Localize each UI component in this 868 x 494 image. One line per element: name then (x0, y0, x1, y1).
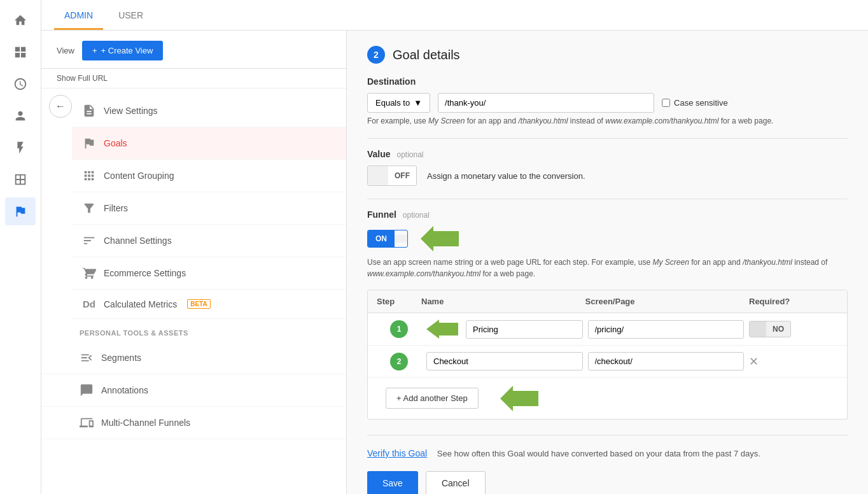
equals-to-label: Equals to (375, 98, 410, 108)
add-step-button[interactable]: + Add another Step (386, 388, 479, 409)
green-arrow-add-step (500, 386, 538, 411)
nav-item-calculated-metrics-label: Calculated Metrics (104, 299, 177, 309)
value-optional: optional (396, 150, 423, 159)
personal-tools-header: PERSONAL TOOLS & ASSETS (41, 319, 346, 342)
funnel-row-1: 1 (368, 313, 847, 346)
nav-item-annotations-label: Annotations (101, 385, 148, 395)
row1-required-toggle[interactable]: NO (749, 321, 791, 337)
funnel-arrow-container (421, 226, 459, 251)
destination-hint: For example, use My Screen for an app an… (367, 116, 848, 125)
case-sensitive-row: Case sensitive (662, 98, 728, 108)
calc-metrics-icon: Dd (82, 299, 96, 309)
toggle-off-label: OFF (388, 166, 416, 185)
nav-item-ecommerce-label: Ecommerce Settings (104, 268, 186, 278)
funnel-description: Use an app screen name string or a web p… (367, 257, 848, 279)
back-button[interactable]: ← (49, 95, 72, 118)
destination-row: Equals to ▼ Case sensitive (367, 93, 848, 113)
verify-desc: See how often this Goal would have conve… (437, 449, 760, 458)
no-left (750, 321, 766, 337)
nav-item-filters-label: Filters (104, 203, 128, 213)
row2-required-cell: ✕ (749, 355, 838, 369)
action-buttons: Save Cancel (367, 471, 848, 494)
value-assign-text: Assign a monetary value to the conversio… (427, 171, 585, 181)
svg-marker-2 (500, 386, 538, 411)
destination-label: Destination (367, 76, 848, 87)
no-label: NO (766, 321, 790, 337)
create-view-button[interactable]: + + Create View (82, 41, 163, 60)
row1-name-input[interactable] (466, 320, 583, 339)
nav-item-segments-label: Segments (101, 353, 141, 363)
save-button[interactable]: Save (367, 471, 418, 494)
case-sensitive-checkbox[interactable] (662, 99, 670, 107)
green-arrow-funnel (421, 226, 459, 251)
nav-item-goals[interactable]: Goals (72, 127, 346, 160)
nav-item-goals-label: Goals (104, 138, 127, 148)
cancel-button[interactable]: Cancel (426, 471, 486, 494)
step-circle-green-2: 2 (390, 353, 408, 370)
sidebar-person[interactable] (5, 102, 36, 130)
nav-item-multi-channel[interactable]: Multi-Channel Funnels (41, 407, 346, 439)
row2-name-input[interactable] (426, 352, 583, 370)
nav-item-annotations[interactable]: Annotations (41, 374, 346, 407)
value-label: Value optional (367, 149, 848, 159)
step-num-1: 1 (377, 320, 421, 338)
dropdown-arrow-icon: ▼ (414, 98, 422, 108)
nav-item-segments[interactable]: Segments (41, 342, 346, 374)
verify-goal-link[interactable]: Verify this Goal (367, 448, 427, 458)
verify-section: Verify this Goal See how often this Goal… (367, 435, 848, 458)
tab-user[interactable]: USER (108, 3, 153, 30)
view-label: View (57, 46, 74, 55)
left-nav: View + + Create View Show Full URL ← Vie… (41, 31, 347, 494)
sidebar-table[interactable] (5, 166, 36, 194)
funnel-section: Funnel optional ON Use (367, 209, 848, 420)
beta-badge: BETA (187, 299, 210, 309)
right-content: 2 Goal details Destination Equals to ▼ C… (347, 31, 868, 494)
sidebar-home[interactable] (5, 6, 36, 34)
step-circle-green-1: 1 (390, 320, 408, 338)
funnel-on-label: ON (368, 230, 395, 247)
goal-details-header: 2 Goal details (367, 46, 848, 64)
nav-item-view-settings[interactable]: View Settings (72, 95, 346, 127)
row2-delete-button[interactable]: ✕ (749, 355, 759, 369)
nav-item-filters[interactable]: Filters (72, 192, 346, 225)
step-circle-2: 2 (367, 46, 385, 64)
show-full-url[interactable]: Show Full URL (41, 69, 346, 88)
sidebar-flag[interactable] (5, 197, 36, 225)
sidebar-lightning[interactable] (5, 134, 36, 162)
svg-marker-0 (421, 226, 459, 251)
funnel-row-2: 2 ✕ (368, 346, 847, 378)
create-view-label: + Create View (101, 46, 153, 55)
nav-item-content-grouping[interactable]: Content Grouping (72, 160, 346, 192)
col-name: Name (421, 297, 585, 306)
row1-screen-input[interactable] (588, 320, 745, 339)
nav-item-calculated-metrics[interactable]: Dd Calculated Metrics BETA (72, 290, 346, 319)
col-step: Step (377, 297, 421, 306)
funnel-label: Funnel optional (367, 209, 848, 220)
nav-items: View Settings Goals Content Grouping (72, 95, 346, 319)
toggle-left-part (368, 166, 388, 185)
svg-marker-1 (426, 320, 458, 339)
row1-name-cell (426, 320, 583, 339)
row2-screen-input[interactable] (588, 352, 745, 370)
divider-1 (367, 138, 848, 139)
nav-item-ecommerce[interactable]: Ecommerce Settings (72, 257, 346, 290)
back-section: ← View Settings Goals Conten (41, 88, 346, 319)
tab-admin[interactable]: ADMIN (54, 3, 103, 30)
case-sensitive-label: Case sensitive (674, 98, 728, 108)
equals-to-button[interactable]: Equals to ▼ (367, 93, 430, 113)
funnel-optional: optional (403, 211, 430, 220)
sidebar-clock[interactable] (5, 70, 36, 98)
content-area: View + + Create View Show Full URL ← Vie… (41, 31, 868, 494)
nav-item-channel-settings[interactable]: Channel Settings (72, 225, 346, 257)
sidebar-dashboard[interactable] (5, 38, 36, 66)
destination-input[interactable] (438, 93, 654, 113)
value-toggle[interactable]: OFF (367, 166, 417, 186)
value-section: Value optional OFF Assign a monetary val… (367, 149, 848, 186)
value-row: OFF Assign a monetary value to the conve… (367, 166, 848, 186)
funnel-toggle[interactable]: ON (367, 230, 408, 248)
main-content: ADMIN USER View + + Create View Show Ful… (41, 0, 868, 494)
nav-item-content-grouping-label: Content Grouping (104, 171, 174, 181)
funnel-off-part (395, 235, 407, 243)
row1-required-cell: NO (749, 321, 838, 337)
icon-sidebar (0, 0, 41, 494)
